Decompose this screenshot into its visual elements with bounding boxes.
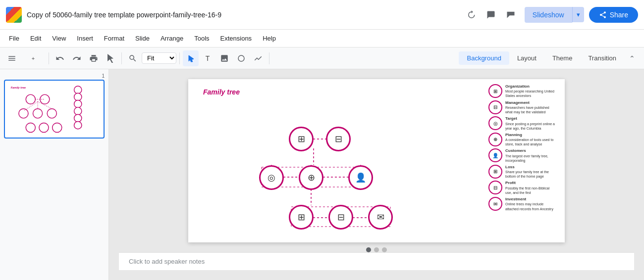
shape-tool[interactable] xyxy=(233,50,249,66)
indicator-dot-2[interactable] xyxy=(374,247,379,252)
svg-point-5 xyxy=(33,109,43,118)
main-area: 1 Family tree xyxy=(0,69,644,280)
slides-panel: 1 Family tree xyxy=(0,69,109,280)
legend: ⊞ Organization Most people researching U… xyxy=(488,84,555,211)
text-tool[interactable]: T xyxy=(200,50,215,66)
new-slide-button[interactable]: + xyxy=(21,50,46,66)
menu-item-edit[interactable]: Edit xyxy=(25,33,46,44)
svg-point-6 xyxy=(47,109,56,118)
legend-circle-3: ⊕ xyxy=(488,133,502,146)
menu-item-slide[interactable]: Slide xyxy=(130,33,155,44)
view-tabs: Background Layout Theme Transition ⌃ xyxy=(459,50,640,66)
svg-point-0 xyxy=(238,55,244,61)
speaker-notes-placeholder: Click to add speaker notes xyxy=(129,258,205,265)
undo-button[interactable] xyxy=(52,50,68,66)
legend-item-2: ◎ Target Since posting a preprint online… xyxy=(488,116,555,131)
history-button[interactable] xyxy=(463,7,479,23)
slideshow-dropdown-button[interactable]: ▾ xyxy=(572,7,584,22)
node-7[interactable]: ⊟ xyxy=(328,205,353,230)
slide-thumbnail-1[interactable]: Family tree xyxy=(4,80,105,139)
legend-text-4: Customers The largest ever family tree, … xyxy=(505,148,555,163)
svg-point-10 xyxy=(74,86,82,93)
svg-point-15 xyxy=(74,122,82,129)
legend-circle-1: ⊟ xyxy=(488,100,502,114)
redo-button[interactable] xyxy=(69,50,85,66)
svg-point-11 xyxy=(74,93,82,100)
menu-item-extensions[interactable]: Extensions xyxy=(215,33,257,44)
node-3[interactable]: ◎ xyxy=(259,165,284,190)
present-button[interactable] xyxy=(503,7,519,23)
title-icons xyxy=(463,7,519,23)
svg-point-14 xyxy=(74,114,82,122)
legend-text-2: Target Since posting a preprint online a… xyxy=(505,116,555,131)
collapse-panel-button[interactable]: ⌃ xyxy=(624,50,640,66)
legend-text-6: Profit Possibly the first non-Biblical u… xyxy=(505,181,555,195)
node-6-icon: ⊞ xyxy=(298,212,305,223)
google-logo xyxy=(6,7,22,23)
node-5[interactable]: 👤 xyxy=(348,165,373,190)
toolbar: + Fit T Background Layout Theme Transiti… xyxy=(0,47,644,69)
node-2-icon: ⊟ xyxy=(335,134,342,144)
svg-point-7 xyxy=(26,123,35,132)
legend-text-0: Organization Most people researching Uni… xyxy=(505,84,555,98)
node-1[interactable]: ⊞ xyxy=(289,127,314,151)
menu-bar: FileEditViewInsertFormatSlideArrangeTool… xyxy=(0,30,644,47)
menu-item-help[interactable]: Help xyxy=(258,33,281,44)
slideshow-button[interactable]: Slideshow xyxy=(525,7,572,23)
svg-point-4 xyxy=(19,109,28,118)
node-8[interactable]: ✉ xyxy=(368,205,393,230)
title-bar: Copy of 50060-family tree template power… xyxy=(0,0,644,30)
legend-item-6: ⊟ Profit Possibly the first non-Biblical… xyxy=(488,181,555,195)
slide-title: Family tree xyxy=(203,88,240,96)
node-6[interactable]: ⊞ xyxy=(289,205,314,230)
legend-item-5: ⊞ Loss Share your family tree at the bot… xyxy=(488,165,555,179)
node-7-icon: ⊟ xyxy=(337,212,345,223)
node-3-icon: ◎ xyxy=(268,172,275,183)
slide-canvas: Family tree ⊞ ⊟ ◎ ⊕ 👤 ⊞ xyxy=(188,79,565,242)
menu-item-arrange[interactable]: Arrange xyxy=(156,33,188,44)
node-5-icon: 👤 xyxy=(355,172,366,183)
svg-point-13 xyxy=(74,107,82,115)
tab-theme[interactable]: Theme xyxy=(544,51,580,65)
menu-item-tools[interactable]: Tools xyxy=(189,33,214,44)
node-2[interactable]: ⊟ xyxy=(326,127,351,151)
share-button[interactable]: Share xyxy=(589,7,638,23)
speaker-notes[interactable]: Click to add speaker notes xyxy=(119,252,634,270)
line-tool[interactable] xyxy=(250,50,266,66)
svg-point-12 xyxy=(74,100,82,108)
svg-point-2 xyxy=(26,94,35,104)
legend-item-3: ⊕ Planning A consideration of tools used… xyxy=(488,133,555,147)
doc-title: Copy of 50060-family tree template power… xyxy=(27,11,463,19)
menu-item-format[interactable]: Format xyxy=(99,33,129,44)
divider-4 xyxy=(269,52,269,64)
legend-text-5: Loss Share your family tree at the botto… xyxy=(505,165,555,179)
node-4-icon: ⊕ xyxy=(308,172,315,183)
svg-point-8 xyxy=(39,123,49,132)
svg-text:Family tree: Family tree xyxy=(11,86,26,89)
indicator-dot-1[interactable] xyxy=(366,247,371,252)
divider-1 xyxy=(49,52,49,64)
menu-item-insert[interactable]: Insert xyxy=(72,33,98,44)
legend-item-7: ✉ Investment Online trees may include at… xyxy=(488,197,555,211)
legend-text-7: Investment Online trees may include atta… xyxy=(505,197,555,211)
comment-button[interactable] xyxy=(483,7,499,23)
cursor-tool[interactable] xyxy=(183,50,199,66)
image-tool[interactable] xyxy=(216,50,232,66)
tab-layout[interactable]: Layout xyxy=(509,51,544,65)
legend-circle-0: ⊞ xyxy=(488,84,502,98)
zoom-select[interactable]: Fit xyxy=(142,52,176,64)
tab-transition[interactable]: Transition xyxy=(580,51,624,65)
indicator-dot-3[interactable] xyxy=(382,247,387,252)
menu-item-view[interactable]: View xyxy=(47,33,71,44)
menu-button[interactable] xyxy=(4,50,20,66)
node-1-icon: ⊞ xyxy=(298,134,305,144)
legend-circle-4: 👤 xyxy=(488,148,502,162)
node-4[interactable]: ⊕ xyxy=(299,165,323,190)
tab-background[interactable]: Background xyxy=(459,51,509,65)
menu-item-file[interactable]: File xyxy=(4,33,24,44)
legend-circle-6: ⊟ xyxy=(488,181,502,194)
cursor-button[interactable] xyxy=(103,50,118,66)
zoom-button[interactable] xyxy=(125,50,141,66)
slide-thumb-inner: Family tree xyxy=(7,83,102,136)
print-button[interactable] xyxy=(86,50,102,66)
